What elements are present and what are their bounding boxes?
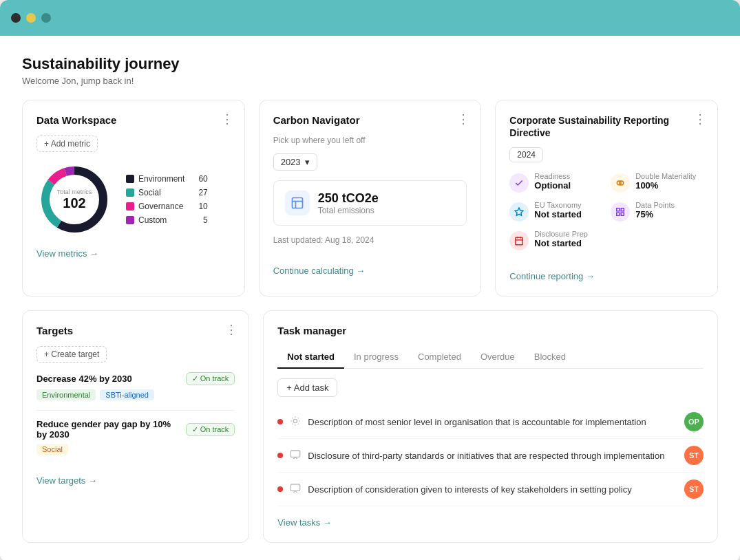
target-tags-2: Social — [36, 444, 235, 455]
csrd-item-data-points: Data Points 75% — [611, 201, 704, 222]
svg-rect-15 — [516, 238, 523, 246]
task-avatar-1: OP — [684, 412, 704, 431]
emissions-box: 250 tCO2e Total emissions — [273, 180, 467, 226]
svg-rect-20 — [291, 451, 300, 457]
task-dot-3 — [277, 486, 283, 492]
carbon-navigator-menu[interactable]: ⋮ — [457, 111, 469, 127]
csrd-year: 2024 — [509, 147, 543, 162]
csrd-icon-eu-taxonomy — [509, 202, 529, 222]
dot-minimize[interactable] — [26, 13, 36, 23]
data-workspace-menu[interactable]: ⋮ — [221, 111, 233, 127]
target-name-1: Decrease 42% by 2030 — [36, 374, 186, 384]
svg-rect-14 — [617, 213, 620, 216]
last-updated: Last updated: Aug 18, 2024 — [273, 235, 467, 245]
target-name-2: Reduce gender pay gap by 10% by 2030 — [36, 419, 186, 440]
target-item-2: Reduce gender pay gap by 10% by 2030 ✓ O… — [36, 419, 235, 455]
donut-total-value: 102 — [57, 195, 92, 211]
task-avatar-2: ST — [684, 446, 704, 465]
csrd-icon-double-materiality — [611, 173, 630, 193]
view-metrics-link[interactable]: View metrics → — [36, 248, 98, 259]
legend-value-governance: 10 — [198, 202, 207, 211]
emissions-value: 250 tCO2e — [318, 191, 379, 206]
continue-reporting-link[interactable]: Continue reporting → — [509, 271, 595, 281]
main-content: Sustainability journey Welcome Jon, jump… — [0, 36, 740, 560]
csrd-label-double-materiality: Double Materiality — [635, 172, 696, 180]
svg-rect-5 — [292, 198, 302, 208]
add-metric-button[interactable]: + Add metric — [36, 136, 98, 152]
donut-total-label: Total metrics — [57, 189, 92, 195]
task-manager-title: Task manager — [277, 325, 704, 336]
on-track-badge-1: ✓ On track — [186, 372, 235, 385]
csrd-item-disclosure-prep: Disclosure Prep Not started — [509, 230, 602, 250]
csrd-grid: Readiness Optional Double Materiality 10… — [509, 172, 704, 250]
page-title: Sustainability journey — [22, 55, 718, 73]
legend-value-social: 27 — [198, 188, 207, 197]
legend-label-governance: Governance — [138, 202, 183, 211]
create-target-button[interactable]: + Create target — [36, 346, 107, 363]
tag-social: Social — [36, 444, 68, 455]
csrd-value-double-materiality: 100% — [635, 180, 696, 191]
view-targets-link[interactable]: View targets → — [36, 475, 97, 486]
dot-maximize[interactable] — [41, 13, 51, 23]
legend-dot-social — [126, 189, 134, 197]
top-cards-grid: Data Workspace ⋮ + Add metric — [22, 100, 718, 297]
csrd-menu[interactable]: ⋮ — [694, 111, 706, 127]
add-task-button[interactable]: + Add task — [277, 378, 337, 397]
data-workspace-title: Data Workspace — [36, 114, 231, 126]
legend-dot-custom — [126, 216, 134, 224]
legend-item-social: Social 27 — [126, 188, 208, 197]
view-tasks-link[interactable]: View tasks → — [277, 517, 332, 528]
tab-blocked[interactable]: Blocked — [525, 346, 575, 369]
legend-item-governance: Governance 10 — [126, 202, 208, 211]
csrd-icon-data-points — [611, 202, 630, 222]
donut-chart: Total metrics 102 — [36, 162, 112, 237]
targets-title: Targets — [36, 325, 235, 336]
tab-overdue[interactable]: Overdue — [471, 346, 525, 369]
task-item-1: Description of most senior level in orga… — [277, 405, 704, 439]
task-icon-2 — [290, 449, 301, 462]
csrd-label-eu-taxonomy: EU Taxonomy — [534, 201, 582, 209]
csrd-value-eu-taxonomy: Not started — [534, 209, 582, 219]
csrd-label-disclosure-prep: Disclosure Prep — [534, 230, 588, 238]
legend-label-social: Social — [138, 188, 161, 197]
task-icon-3 — [290, 483, 301, 496]
legend-item-environment: Environment 60 — [126, 174, 208, 184]
legend-dot-environment — [126, 175, 134, 183]
csrd-item-readiness: Readiness Optional — [509, 172, 602, 193]
legend-label-environment: Environment — [138, 174, 184, 184]
target-tags-1: Environmental SBTi-aligned — [36, 389, 235, 400]
legend: Environment 60 Social 27 — [126, 174, 208, 225]
target-header-2: Reduce gender pay gap by 10% by 2030 ✓ O… — [36, 419, 235, 440]
tab-completed[interactable]: Completed — [408, 346, 471, 369]
csrd-card: ⋮ Corporate Sustainability Reporting Dir… — [495, 100, 718, 297]
legend-dot-governance — [126, 202, 134, 211]
svg-point-19 — [294, 419, 297, 422]
dot-close[interactable] — [11, 13, 21, 23]
targets-menu[interactable]: ⋮ — [225, 322, 237, 337]
task-dot-1 — [277, 419, 283, 424]
csrd-value-data-points: 75% — [635, 209, 675, 219]
csrd-item-double-materiality: Double Materiality 100% — [611, 172, 704, 193]
csrd-icon-disclosure-prep — [509, 231, 529, 250]
targets-card: Targets ⋮ + Create target Decrease 42% b… — [22, 310, 249, 543]
csrd-item-eu-taxonomy: EU Taxonomy Not started — [509, 201, 602, 222]
year-chevron: ▾ — [305, 157, 310, 167]
titlebar — [0, 0, 740, 36]
task-dot-2 — [277, 453, 283, 458]
tab-not-started[interactable]: Not started — [277, 346, 344, 369]
task-manager-card: Task manager Not started In progress Com… — [263, 310, 718, 543]
tag-sbti-aligned: SBTi-aligned — [100, 389, 154, 400]
year-value: 2023 — [281, 157, 301, 167]
csrd-value-disclosure-prep: Not started — [534, 238, 588, 248]
csrd-value-readiness: Optional — [534, 180, 571, 191]
csrd-icon-readiness — [509, 173, 529, 193]
tab-in-progress[interactable]: In progress — [344, 346, 408, 369]
task-icon-1 — [290, 416, 301, 429]
continue-calculating-link[interactable]: Continue calculating → — [273, 266, 366, 276]
csrd-title: Corporate Sustainability Reporting Direc… — [509, 114, 704, 139]
task-item-2: Disclosure of third-party standards or i… — [277, 439, 704, 473]
donut-center: Total metrics 102 — [57, 189, 92, 211]
year-selector[interactable]: 2023 ▾ — [273, 153, 317, 171]
on-track-badge-2: ✓ On track — [186, 423, 235, 436]
csrd-label-data-points: Data Points — [635, 201, 675, 209]
